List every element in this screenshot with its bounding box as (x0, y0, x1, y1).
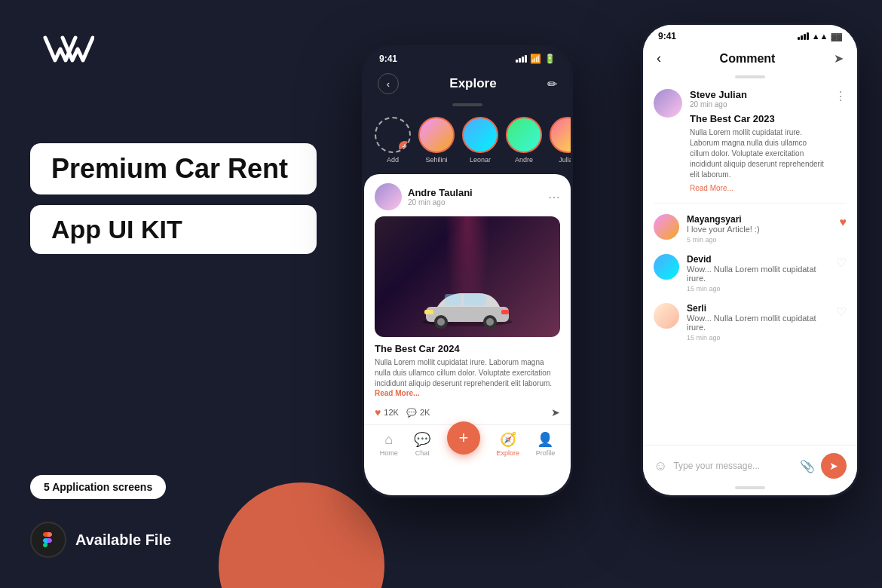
comment-count: 2K (420, 408, 430, 417)
nav-profile[interactable]: 👤 Profile (536, 431, 556, 457)
post-caption: The Best Car 2024 Nulla Lorem mollit cup… (364, 337, 571, 400)
figma-icon (30, 522, 66, 558)
article-body: Nulla Lorem mollit cupidatat irure. Labo… (690, 127, 827, 180)
comment-send-icon[interactable]: ➤ (834, 51, 844, 66)
share-icon[interactable]: ➤ (551, 406, 560, 418)
post-time: 20 min ago (408, 198, 542, 207)
post-body: Nulla Lorem mollit cupidatat irure. Labo… (375, 357, 560, 389)
comment-time-1: 5 min ago (687, 236, 832, 243)
nav-chat[interactable]: 💬 Chat (414, 431, 430, 457)
message-input[interactable]: Type your message... (673, 461, 794, 471)
like-icon-3[interactable]: ♡ (836, 305, 847, 319)
post-title: The Best Car 2024 (375, 343, 560, 354)
read-more-link[interactable]: Read More... (375, 389, 560, 397)
like-button[interactable]: ♥ 12K (375, 406, 399, 418)
nav-chat-label: Chat (415, 449, 430, 457)
available-label: Available File (75, 531, 171, 549)
signal-bars-2 (798, 32, 809, 40)
phone-screen-1: 9:41 📶 🔋 ‹ Explore ✏ (364, 47, 571, 495)
comment-list: Steve Julian 20 min ago The Best Car 202… (643, 83, 857, 445)
comment-content-3: Serli Wow... Nulla Lorem mollit cupidata… (687, 303, 828, 341)
phone-shell-2: 9:41 ▲▲ ▓▓ ‹ Comment ➤ (641, 23, 859, 498)
post-header: Andre Taulani 20 min ago ⋯ (364, 174, 571, 216)
status-bar-1: 9:41 📶 🔋 (364, 47, 571, 67)
story-1[interactable]: Sehilini (418, 117, 455, 164)
like-icon-2[interactable]: ♡ (836, 256, 847, 270)
explore-title: Explore (449, 76, 496, 91)
story-2[interactable]: Leonar (462, 117, 498, 164)
attach-icon[interactable]: 📎 (800, 459, 815, 473)
article-preview: Steve Julian 20 min ago The Best Car 202… (654, 89, 847, 204)
status-icons-2: ▲▲ ▓▓ (798, 32, 842, 41)
post-more-icon[interactable]: ⋯ (548, 190, 560, 204)
car-silhouette (418, 284, 516, 329)
comment-avatar-1 (654, 214, 679, 240)
comment-item-2: Devid Wow... Nulla Lorem mollit cupidata… (654, 254, 847, 292)
comment-header: ‹ Comment ➤ (643, 44, 857, 75)
phone-divider-2 (735, 75, 765, 78)
nav-home[interactable]: ⌂ Home (380, 432, 398, 457)
comment-text-2: Wow... Nulla Lorem mollit cupidatat irur… (687, 265, 828, 283)
comment-avatar-3 (654, 303, 679, 329)
nav-fab-button[interactable]: + (447, 421, 480, 455)
title-line2: App UI KIT (51, 216, 296, 243)
story-add[interactable]: + Add (375, 117, 411, 164)
profile-icon: 👤 (537, 431, 553, 448)
story-name-add: Add (387, 156, 399, 164)
svg-rect-9 (501, 310, 509, 314)
comment-button[interactable]: 💬 2K (406, 408, 430, 418)
comment-item-3: Serli Wow... Nulla Lorem mollit cupidata… (654, 303, 847, 341)
post-actions: ♥ 12K 💬 2K ➤ (364, 400, 571, 424)
status-bar-2: 9:41 ▲▲ ▓▓ (643, 25, 857, 44)
send-button[interactable]: ➤ (821, 453, 847, 479)
story-4[interactable]: Julian (550, 117, 571, 164)
signal-bars-1 (516, 55, 527, 63)
post-car-image (375, 216, 560, 337)
explore-icon: 🧭 (500, 431, 516, 448)
story-avatar-1 (418, 117, 455, 153)
stories-section: + Add Sehilini Leonar Andre (364, 111, 571, 174)
phone-divider-1 (452, 103, 482, 106)
comment-text-1: I love your Article! :) (687, 225, 832, 234)
story-label-2: Leonar (470, 156, 491, 164)
comment-title: Comment (720, 52, 776, 66)
article-read-more[interactable]: Read More... (690, 184, 733, 192)
story-avatar-2 (462, 117, 498, 153)
comment-item-1: Mayangsyari I love your Article! :) 5 mi… (654, 214, 847, 243)
comment-icon: 💬 (406, 408, 417, 418)
svg-point-5 (486, 318, 494, 326)
like-icon-1[interactable]: ♥ (840, 216, 847, 229)
chat-icon: 💬 (414, 431, 430, 448)
decorative-circle-left (219, 482, 384, 588)
home-icon: ⌂ (384, 432, 393, 448)
comment-time-3: 15 min ago (687, 334, 828, 341)
battery-icon-2: ▓▓ (831, 32, 842, 41)
like-count: 12K (384, 408, 399, 417)
story-label-1: Sehilini (425, 156, 447, 164)
available-section: Available File (30, 522, 171, 558)
nav-profile-label: Profile (536, 449, 556, 457)
explore-header: ‹ Explore ✏ (364, 67, 571, 103)
title-section: Premium Car Rent App UI KIT (30, 143, 317, 265)
emoji-icon[interactable]: ☺ (654, 458, 667, 474)
home-indicator (735, 486, 765, 489)
message-input-bar: ☺ Type your message... 📎 ➤ (643, 445, 857, 486)
nav-explore[interactable]: 🧭 Explore (497, 431, 520, 457)
comment-content-2: Devid Wow... Nulla Lorem mollit cupidata… (687, 254, 828, 292)
svg-rect-8 (424, 310, 433, 314)
comment-text-3: Wow... Nulla Lorem mollit cupidatat irur… (687, 314, 828, 332)
svg-rect-6 (464, 294, 486, 305)
comment-avatar-2 (654, 254, 679, 280)
title-box-1: Premium Car Rent (30, 143, 317, 194)
story-avatar-3 (506, 117, 542, 153)
article-more-icon[interactable]: ⋮ (835, 89, 847, 103)
back-button[interactable]: ‹ (378, 73, 399, 94)
edit-icon[interactable]: ✏ (547, 77, 557, 91)
wifi-icon-2: ▲▲ (812, 32, 828, 41)
post-author: Andre Taulani (408, 187, 542, 198)
story-3[interactable]: Andre (506, 117, 542, 164)
comment-name-1: Mayangsyari (687, 214, 832, 225)
add-plus-icon: + (399, 141, 411, 153)
heart-icon: ♥ (375, 406, 381, 418)
comment-back-icon[interactable]: ‹ (657, 51, 661, 66)
